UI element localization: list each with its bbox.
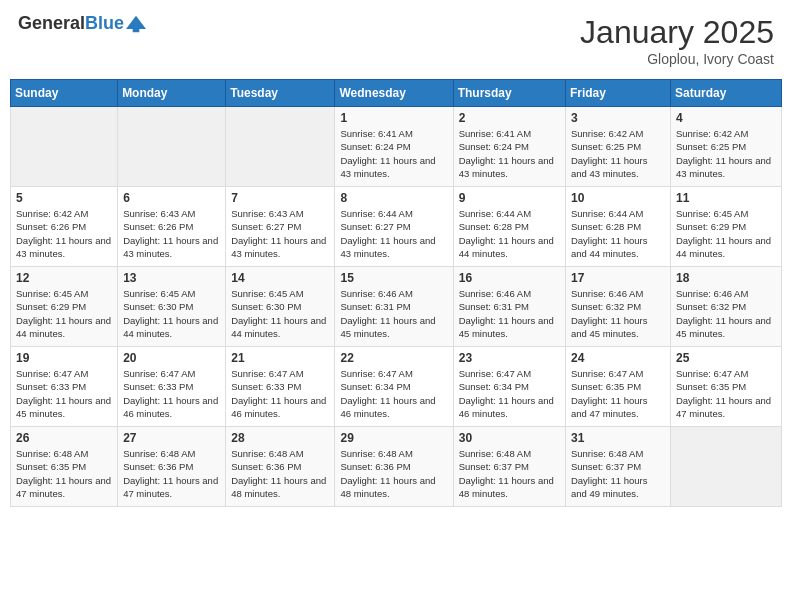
calendar-day-cell: 24 Sunrise: 6:47 AMSunset: 6:35 PMDaylig… [565,347,670,427]
day-number: 19 [16,351,112,365]
calendar-day-cell: 3 Sunrise: 6:42 AMSunset: 6:25 PMDayligh… [565,107,670,187]
calendar-day-cell: 18 Sunrise: 6:46 AMSunset: 6:32 PMDaylig… [670,267,781,347]
calendar-day-cell: 28 Sunrise: 6:48 AMSunset: 6:36 PMDaylig… [226,427,335,507]
day-info: Sunrise: 6:44 AMSunset: 6:28 PMDaylight:… [571,207,665,260]
day-info: Sunrise: 6:44 AMSunset: 6:28 PMDaylight:… [459,207,560,260]
calendar-day-cell: 2 Sunrise: 6:41 AMSunset: 6:24 PMDayligh… [453,107,565,187]
calendar-week-row: 19 Sunrise: 6:47 AMSunset: 6:33 PMDaylig… [11,347,782,427]
calendar-day-cell [11,107,118,187]
calendar-week-row: 12 Sunrise: 6:45 AMSunset: 6:29 PMDaylig… [11,267,782,347]
day-info: Sunrise: 6:42 AMSunset: 6:26 PMDaylight:… [16,207,112,260]
day-number: 1 [340,111,447,125]
logo-icon [126,14,146,34]
day-info: Sunrise: 6:47 AMSunset: 6:35 PMDaylight:… [676,367,776,420]
calendar-day-cell: 11 Sunrise: 6:45 AMSunset: 6:29 PMDaylig… [670,187,781,267]
calendar-day-cell: 16 Sunrise: 6:46 AMSunset: 6:31 PMDaylig… [453,267,565,347]
day-info: Sunrise: 6:41 AMSunset: 6:24 PMDaylight:… [459,127,560,180]
day-info: Sunrise: 6:46 AMSunset: 6:32 PMDaylight:… [676,287,776,340]
calendar-day-cell [226,107,335,187]
day-number: 17 [571,271,665,285]
calendar-day-cell: 13 Sunrise: 6:45 AMSunset: 6:30 PMDaylig… [118,267,226,347]
day-number: 6 [123,191,220,205]
calendar-day-cell: 23 Sunrise: 6:47 AMSunset: 6:34 PMDaylig… [453,347,565,427]
month-title: January 2025 [580,14,774,51]
day-number: 7 [231,191,329,205]
day-info: Sunrise: 6:41 AMSunset: 6:24 PMDaylight:… [340,127,447,180]
calendar-day-cell: 15 Sunrise: 6:46 AMSunset: 6:31 PMDaylig… [335,267,453,347]
calendar-week-row: 26 Sunrise: 6:48 AMSunset: 6:35 PMDaylig… [11,427,782,507]
day-number: 23 [459,351,560,365]
calendar-day-cell: 30 Sunrise: 6:48 AMSunset: 6:37 PMDaylig… [453,427,565,507]
calendar-day-cell: 17 Sunrise: 6:46 AMSunset: 6:32 PMDaylig… [565,267,670,347]
day-info: Sunrise: 6:42 AMSunset: 6:25 PMDaylight:… [571,127,665,180]
calendar-week-row: 1 Sunrise: 6:41 AMSunset: 6:24 PMDayligh… [11,107,782,187]
day-info: Sunrise: 6:48 AMSunset: 6:36 PMDaylight:… [340,447,447,500]
day-info: Sunrise: 6:45 AMSunset: 6:30 PMDaylight:… [231,287,329,340]
weekday-header: Wednesday [335,80,453,107]
weekday-header: Thursday [453,80,565,107]
weekday-header: Sunday [11,80,118,107]
calendar-day-cell: 8 Sunrise: 6:44 AMSunset: 6:27 PMDayligh… [335,187,453,267]
day-number: 14 [231,271,329,285]
day-info: Sunrise: 6:47 AMSunset: 6:33 PMDaylight:… [16,367,112,420]
day-info: Sunrise: 6:47 AMSunset: 6:34 PMDaylight:… [340,367,447,420]
day-number: 29 [340,431,447,445]
svg-marker-0 [126,16,146,33]
day-info: Sunrise: 6:46 AMSunset: 6:32 PMDaylight:… [571,287,665,340]
calendar-day-cell: 1 Sunrise: 6:41 AMSunset: 6:24 PMDayligh… [335,107,453,187]
calendar-day-cell: 31 Sunrise: 6:48 AMSunset: 6:37 PMDaylig… [565,427,670,507]
day-number: 9 [459,191,560,205]
day-info: Sunrise: 6:43 AMSunset: 6:26 PMDaylight:… [123,207,220,260]
day-number: 15 [340,271,447,285]
logo: GeneralBlue [18,14,146,34]
day-info: Sunrise: 6:44 AMSunset: 6:27 PMDaylight:… [340,207,447,260]
calendar-day-cell: 10 Sunrise: 6:44 AMSunset: 6:28 PMDaylig… [565,187,670,267]
calendar-header-row: SundayMondayTuesdayWednesdayThursdayFrid… [11,80,782,107]
day-number: 20 [123,351,220,365]
calendar-day-cell: 6 Sunrise: 6:43 AMSunset: 6:26 PMDayligh… [118,187,226,267]
weekday-header: Tuesday [226,80,335,107]
page-header: GeneralBlue January 2025 Gloplou, Ivory … [10,10,782,71]
day-info: Sunrise: 6:46 AMSunset: 6:31 PMDaylight:… [340,287,447,340]
title-block: January 2025 Gloplou, Ivory Coast [580,14,774,67]
day-number: 21 [231,351,329,365]
calendar-day-cell: 5 Sunrise: 6:42 AMSunset: 6:26 PMDayligh… [11,187,118,267]
day-number: 11 [676,191,776,205]
day-number: 8 [340,191,447,205]
day-number: 16 [459,271,560,285]
day-info: Sunrise: 6:42 AMSunset: 6:25 PMDaylight:… [676,127,776,180]
day-info: Sunrise: 6:46 AMSunset: 6:31 PMDaylight:… [459,287,560,340]
calendar-day-cell: 27 Sunrise: 6:48 AMSunset: 6:36 PMDaylig… [118,427,226,507]
day-number: 27 [123,431,220,445]
day-number: 3 [571,111,665,125]
day-info: Sunrise: 6:45 AMSunset: 6:29 PMDaylight:… [16,287,112,340]
day-number: 26 [16,431,112,445]
weekday-header: Monday [118,80,226,107]
day-number: 2 [459,111,560,125]
day-number: 18 [676,271,776,285]
day-info: Sunrise: 6:43 AMSunset: 6:27 PMDaylight:… [231,207,329,260]
location: Gloplou, Ivory Coast [580,51,774,67]
calendar-day-cell: 20 Sunrise: 6:47 AMSunset: 6:33 PMDaylig… [118,347,226,427]
calendar-day-cell: 4 Sunrise: 6:42 AMSunset: 6:25 PMDayligh… [670,107,781,187]
day-info: Sunrise: 6:47 AMSunset: 6:34 PMDaylight:… [459,367,560,420]
calendar-day-cell: 21 Sunrise: 6:47 AMSunset: 6:33 PMDaylig… [226,347,335,427]
day-number: 30 [459,431,560,445]
calendar-day-cell [118,107,226,187]
day-info: Sunrise: 6:48 AMSunset: 6:35 PMDaylight:… [16,447,112,500]
day-number: 22 [340,351,447,365]
day-info: Sunrise: 6:48 AMSunset: 6:36 PMDaylight:… [123,447,220,500]
calendar-day-cell: 12 Sunrise: 6:45 AMSunset: 6:29 PMDaylig… [11,267,118,347]
calendar-table: SundayMondayTuesdayWednesdayThursdayFrid… [10,79,782,507]
weekday-header: Saturday [670,80,781,107]
day-info: Sunrise: 6:48 AMSunset: 6:36 PMDaylight:… [231,447,329,500]
day-number: 28 [231,431,329,445]
calendar-day-cell: 14 Sunrise: 6:45 AMSunset: 6:30 PMDaylig… [226,267,335,347]
calendar-day-cell: 22 Sunrise: 6:47 AMSunset: 6:34 PMDaylig… [335,347,453,427]
calendar-day-cell: 25 Sunrise: 6:47 AMSunset: 6:35 PMDaylig… [670,347,781,427]
calendar-day-cell: 19 Sunrise: 6:47 AMSunset: 6:33 PMDaylig… [11,347,118,427]
day-info: Sunrise: 6:45 AMSunset: 6:29 PMDaylight:… [676,207,776,260]
calendar-day-cell: 7 Sunrise: 6:43 AMSunset: 6:27 PMDayligh… [226,187,335,267]
day-info: Sunrise: 6:48 AMSunset: 6:37 PMDaylight:… [571,447,665,500]
day-number: 4 [676,111,776,125]
